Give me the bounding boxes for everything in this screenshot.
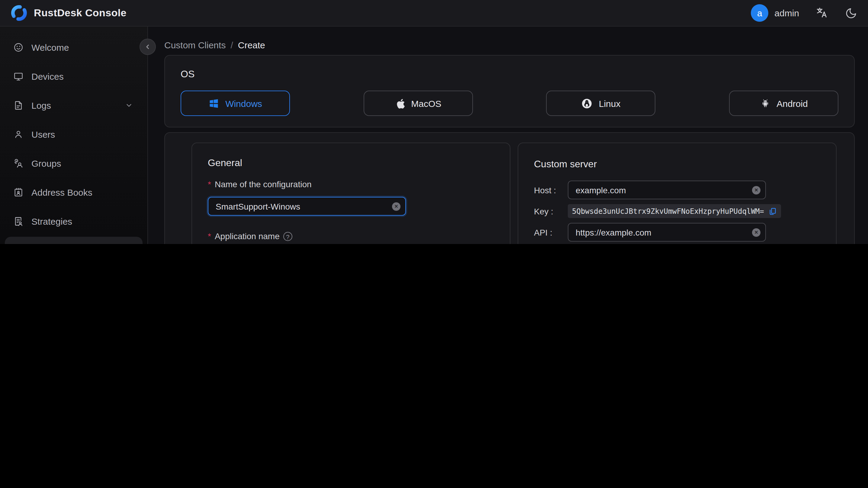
application-name-text: Application name: [215, 230, 280, 242]
person-icon: [13, 129, 24, 139]
os-android-button[interactable]: Android: [729, 91, 838, 116]
os-button-row: Windows MacOS: [181, 91, 838, 116]
key-label: Key :: [534, 206, 568, 216]
api-label: API :: [534, 227, 568, 237]
linux-penguin-icon: [581, 97, 593, 109]
required-asterisk: *: [208, 178, 211, 190]
android-robot-icon: [760, 98, 770, 109]
host-input-wrap: ×: [568, 181, 766, 199]
host-label: Host :: [534, 185, 568, 195]
strategy-document-icon: [13, 216, 24, 226]
clear-icon[interactable]: ×: [752, 186, 761, 194]
monitor-icon: [13, 71, 24, 81]
sidebar-item-label: Logs: [31, 100, 51, 110]
required-asterisk: *: [208, 230, 211, 242]
name-of-configuration-label: * Name of the configuration: [208, 178, 494, 190]
chevron-down-icon[interactable]: [125, 101, 133, 109]
apple-logo-icon: [395, 97, 405, 109]
dark-mode-moon-icon[interactable]: [844, 7, 857, 19]
os-linux-button[interactable]: Linux: [546, 91, 656, 116]
breadcrumb: Custom Clients / Create: [164, 40, 868, 50]
os-windows-label: Windows: [225, 98, 262, 109]
key-value-box: 5Qbwsde3unUcJBtrx9ZkvUmwFNoExHzpryHuPUdq…: [568, 204, 781, 218]
os-android-label: Android: [776, 98, 808, 109]
sidebar-item-label: Groups: [31, 158, 61, 168]
avatar-initial: a: [757, 8, 762, 18]
username[interactable]: admin: [774, 8, 799, 18]
smiley-icon: [13, 42, 24, 52]
help-icon[interactable]: ?: [283, 232, 292, 241]
user-avatar[interactable]: a: [751, 4, 768, 22]
rustdesk-logo-icon: [11, 5, 27, 21]
api-input[interactable]: [568, 223, 766, 242]
address-book-icon: [13, 187, 24, 197]
sidebar-item-custom-clients[interactable]: Custom Clients: [5, 237, 143, 244]
sidebar-item-address-books[interactable]: Address Books: [5, 178, 143, 207]
sidebar-collapse-button[interactable]: [140, 39, 156, 55]
main-content: Custom Clients / Create OS Windows: [148, 27, 868, 244]
clear-icon[interactable]: ×: [392, 202, 401, 211]
sidebar-item-users[interactable]: Users: [5, 120, 143, 149]
custom-server-card: Custom server Host : × Key : 5Qbwsde3unU…: [518, 143, 837, 244]
sidebar-item-label: Users: [31, 129, 55, 139]
sidebar-item-label: Devices: [31, 71, 64, 81]
key-value: 5Qbwsde3unUcJBtrx9ZkvUmwFNoExHzpryHuPUdq…: [572, 207, 764, 215]
windows-logo-icon: [208, 98, 219, 109]
sidebar-item-label: Address Books: [31, 187, 92, 197]
general-title: General: [208, 156, 494, 170]
os-card: OS Windows MacOS: [164, 55, 855, 127]
api-input-wrap: ×: [568, 223, 766, 242]
right-column: Custom server Host : × Key : 5Qbwsde3unU…: [518, 143, 837, 244]
sidebar-item-label: Strategies: [31, 216, 72, 226]
os-card-title: OS: [181, 68, 838, 81]
os-macos-button[interactable]: MacOS: [363, 91, 473, 116]
host-input[interactable]: [568, 181, 766, 199]
sidebar-item-welcome[interactable]: Welcome: [5, 33, 143, 62]
name-of-configuration-text: Name of the configuration: [215, 178, 312, 190]
breadcrumb-separator: /: [230, 40, 233, 50]
clear-icon[interactable]: ×: [752, 228, 761, 237]
app-title: RustDesk Console: [34, 7, 127, 19]
sidebar-item-label: Welcome: [31, 42, 69, 52]
os-macos-label: MacOS: [411, 98, 441, 109]
sidebar: Welcome Devices Logs: [0, 27, 148, 244]
general-card: General * Name of the configuration × * …: [191, 143, 510, 244]
configuration-panel: General * Name of the configuration × * …: [164, 132, 855, 244]
language-translate-icon[interactable]: [815, 7, 828, 19]
top-bar: RustDesk Console a admin: [0, 0, 868, 27]
breadcrumb-custom-clients[interactable]: Custom Clients: [164, 40, 226, 50]
document-icon: [13, 100, 24, 110]
people-icon: [13, 158, 24, 168]
sidebar-item-devices[interactable]: Devices: [5, 62, 143, 91]
copy-icon[interactable]: [768, 207, 777, 215]
sidebar-item-groups[interactable]: Groups: [5, 149, 143, 178]
application-name-label: * Application name ?: [208, 230, 494, 242]
api-row: API : ×: [534, 223, 820, 242]
key-row: Key : 5Qbwsde3unUcJBtrx9ZkvUmwFNoExHzpry…: [534, 204, 820, 218]
host-row: Host : ×: [534, 181, 820, 199]
sidebar-item-strategies[interactable]: Strategies: [5, 207, 143, 236]
os-linux-label: Linux: [599, 98, 621, 109]
custom-server-title: Custom server: [534, 158, 820, 171]
configuration-name-input[interactable]: [208, 197, 406, 216]
os-windows-button[interactable]: Windows: [181, 91, 290, 116]
configuration-name-input-wrap: ×: [208, 197, 406, 216]
breadcrumb-create: Create: [238, 40, 265, 50]
rustdesk-console-app: RustDesk Console a admin: [0, 0, 868, 244]
sidebar-item-logs[interactable]: Logs: [5, 91, 143, 120]
